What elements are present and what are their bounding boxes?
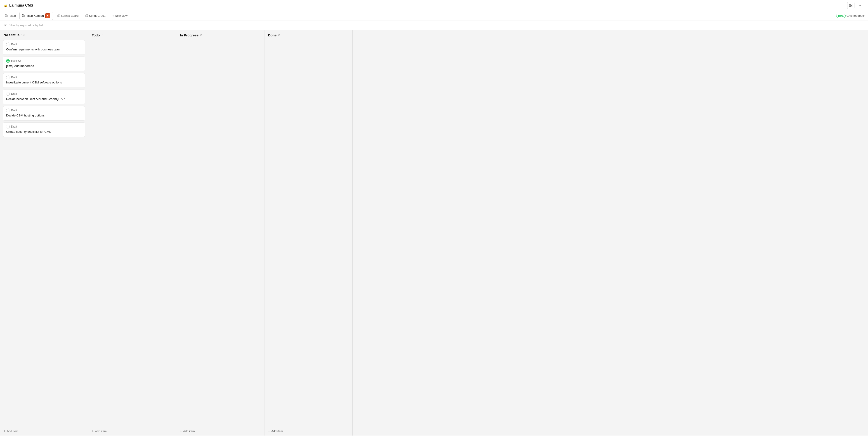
- status-label: Draft: [11, 125, 17, 128]
- layout-toggle-button[interactable]: [847, 2, 855, 9]
- status-label: Draft: [11, 109, 17, 112]
- add-item-label: Add item: [183, 430, 195, 433]
- svg-rect-17: [87, 14, 88, 16]
- column-done-title: Done: [268, 33, 277, 37]
- svg-rect-13: [58, 14, 59, 16]
- card-status-row: base #2: [6, 59, 82, 63]
- column-todo: Todo 0 ··· + Add item: [88, 30, 176, 436]
- column-no-status-title: No Status: [4, 33, 20, 37]
- column-in-progress-header: In Progress 0 ···: [176, 30, 264, 39]
- svg-rect-11: [24, 16, 25, 17]
- svg-rect-0: [849, 4, 850, 5]
- tab-main-label: Main: [9, 14, 16, 18]
- column-done-add-item[interactable]: + Add item: [265, 427, 352, 436]
- lock-icon: 🔒: [4, 4, 7, 7]
- column-done-count: 0: [278, 33, 280, 37]
- status-label: Draft: [11, 43, 17, 46]
- filter-bar: Filter by keyword or by field: [0, 21, 868, 30]
- header-more-button[interactable]: ···: [857, 2, 864, 9]
- svg-rect-5: [7, 14, 8, 16]
- column-in-progress-count: 0: [200, 33, 202, 37]
- add-item-icon: +: [4, 429, 5, 433]
- column-todo-add-item[interactable]: + Add item: [88, 427, 176, 436]
- card-confirm-requirements[interactable]: Draft Confirm requirments with business …: [3, 40, 85, 55]
- card-status-row: Draft: [6, 42, 82, 46]
- column-done-more-button[interactable]: ···: [345, 33, 349, 37]
- card-decide-hosting[interactable]: Draft Decide CSM hosting options: [3, 106, 85, 121]
- card-status-row: Draft: [6, 76, 82, 79]
- tab-main-icon: [5, 14, 8, 18]
- status-label: Draft: [11, 92, 17, 95]
- svg-rect-4: [6, 14, 7, 16]
- draft-status-icon: [6, 42, 10, 46]
- app-title: Laimuna CMS: [9, 3, 33, 7]
- tab-sprint-group-icon: [85, 14, 88, 18]
- svg-rect-3: [851, 6, 852, 7]
- draft-status-icon: [6, 92, 10, 96]
- column-todo-count: 0: [102, 33, 103, 37]
- svg-rect-10: [23, 16, 24, 17]
- svg-rect-8: [23, 14, 24, 16]
- kanban-board: No Status 10 Draft Confirm requirments w…: [0, 30, 868, 436]
- add-item-label: Add item: [271, 430, 283, 433]
- card-status-row: Draft: [6, 125, 82, 128]
- card-status-row: Draft: [6, 109, 82, 112]
- svg-rect-15: [58, 16, 59, 17]
- tab-sprint-group[interactable]: Sprint Grou...: [82, 13, 109, 19]
- tab-main-kanban[interactable]: Main Kanban ▾: [20, 12, 53, 20]
- column-todo-more-button[interactable]: ···: [169, 33, 173, 37]
- add-item-label: Add item: [95, 430, 106, 433]
- column-in-progress-title: In Progress: [180, 33, 199, 37]
- column-todo-cards: [88, 39, 176, 427]
- card-title: [cms] Add monorepo: [6, 64, 82, 68]
- column-no-status-header: No Status 10: [0, 30, 88, 39]
- add-item-icon: +: [92, 429, 94, 433]
- draft-status-icon: [6, 76, 10, 79]
- tab-sprint-group-label: Sprint Grou...: [89, 14, 106, 18]
- svg-rect-2: [849, 6, 850, 7]
- tabs-bar: Main Main Kanban ▾ Sprints Board: [0, 11, 868, 21]
- svg-rect-7: [7, 16, 8, 17]
- card-title: Decide between Rest API and GraphQL API: [6, 97, 82, 101]
- column-no-status: No Status 10 Draft Confirm requirments w…: [0, 30, 88, 436]
- give-feedback-button[interactable]: Give feedback: [846, 14, 865, 18]
- status-label: base #2: [11, 59, 21, 62]
- tab-sprints-board-icon: [57, 14, 59, 18]
- add-item-icon: +: [180, 429, 182, 433]
- tab-main-kanban-icon: [22, 14, 25, 18]
- card-title: Decide CSM hosting options: [6, 114, 82, 118]
- tab-main[interactable]: Main: [3, 13, 19, 19]
- svg-rect-16: [85, 14, 86, 16]
- column-done-cards: [265, 39, 352, 427]
- card-title: Investigate current CSM software options: [6, 81, 82, 85]
- header-right: ···: [847, 2, 864, 9]
- svg-rect-18: [85, 16, 86, 17]
- header-left: 🔒 Laimuna CMS: [4, 3, 33, 7]
- column-no-status-count: 10: [21, 33, 24, 37]
- tab-main-kanban-label: Main Kanban: [26, 14, 44, 18]
- draft-status-icon: [6, 125, 10, 128]
- column-in-progress-add-item[interactable]: + Add item: [176, 427, 264, 436]
- column-no-status-cards: Draft Confirm requirments with business …: [0, 39, 88, 427]
- new-view-label: New view: [115, 14, 127, 18]
- tab-sprints-board-label: Sprints Board: [61, 14, 79, 18]
- svg-rect-1: [851, 4, 852, 5]
- card-add-monorepo[interactable]: base #2 [cms] Add monorepo: [3, 57, 85, 71]
- card-security-checklist[interactable]: Draft Create security checklist for CMS: [3, 122, 85, 137]
- column-in-progress-more-button[interactable]: ···: [257, 33, 260, 37]
- app-header: 🔒 Laimuna CMS ···: [0, 0, 868, 11]
- tab-sprints-board[interactable]: Sprints Board: [54, 13, 81, 19]
- card-decide-api[interactable]: Draft Decide between Rest API and GraphQ…: [3, 90, 85, 104]
- svg-rect-9: [24, 14, 25, 16]
- add-item-label: Add item: [7, 430, 18, 433]
- new-view-button[interactable]: + New view: [110, 13, 130, 19]
- status-label: Draft: [11, 76, 17, 79]
- column-no-status-add-item[interactable]: + Add item: [0, 427, 88, 436]
- card-investigate-csm[interactable]: Draft Investigate current CSM software o…: [3, 73, 85, 88]
- svg-rect-14: [57, 16, 58, 17]
- column-in-progress: In Progress 0 ··· + Add item: [176, 30, 265, 436]
- filter-placeholder[interactable]: Filter by keyword or by field: [8, 24, 44, 27]
- svg-rect-19: [87, 16, 88, 17]
- tab-dropdown-button[interactable]: ▾: [45, 13, 50, 18]
- card-status-row: Draft: [6, 92, 82, 96]
